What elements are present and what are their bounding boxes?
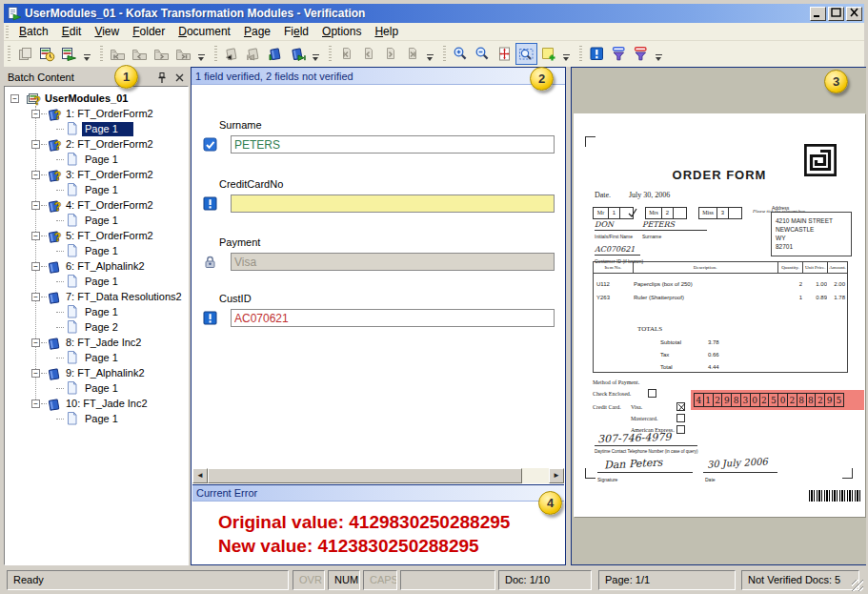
tree-collapse-icon[interactable]: −: [31, 140, 40, 149]
tree-collapse-icon[interactable]: −: [31, 110, 40, 118]
scrollbar-thumb[interactable]: [208, 468, 522, 483]
toolbar-drag-handle[interactable]: [329, 46, 332, 62]
mastercard-box: [676, 414, 685, 422]
toolbar-overflow-chevron-icon[interactable]: [653, 43, 664, 65]
totals-label: TOTALS: [637, 325, 662, 333]
tree-collapse-icon[interactable]: −: [31, 232, 40, 240]
tree-item-page-2[interactable]: Page 2: [5, 319, 188, 335]
field-input-payment[interactable]: [231, 253, 555, 271]
page-icon: [64, 304, 79, 319]
scroll-left-arrow[interactable]: ◄: [192, 468, 208, 483]
status-doc-count: Doc: 1/10: [498, 570, 592, 590]
funnel-valid-button[interactable]: [608, 43, 630, 65]
menu-field[interactable]: Field: [277, 23, 315, 40]
tree-item-7-ft-data-resolutions2[interactable]: −7: FT_Data Resolutions2: [5, 289, 188, 304]
menu-batch[interactable]: Batch: [12, 23, 55, 40]
field-input-creditcardno[interactable]: [231, 195, 555, 213]
tree-item-page-1[interactable]: Page 1: [5, 182, 188, 197]
splitter[interactable]: [189, 67, 191, 565]
tree-item-1-ft-orderform2[interactable]: −?1: FT_OrderForm2: [5, 106, 188, 121]
toolbar-overflow-chevron-icon[interactable]: [424, 43, 435, 65]
next-document-button[interactable]: [265, 43, 287, 65]
toolbar-overflow-chevron-icon[interactable]: [560, 43, 572, 65]
close-panel-icon[interactable]: [172, 71, 186, 84]
tree-item-3-ft-orderform2[interactable]: −?3: FT_OrderForm2: [5, 167, 188, 182]
toolbar-drag-handle[interactable]: [214, 46, 217, 62]
tree-item-6-ft-alphalink2[interactable]: −6: FT_Alphalink2: [5, 258, 188, 274]
tree-collapse-icon[interactable]: −: [31, 369, 40, 378]
minimize-button[interactable]: [810, 7, 826, 21]
tree-item-label: Page 2: [85, 320, 118, 334]
tree-item-page-1[interactable]: Page 1: [5, 213, 188, 228]
tree-item-2-ft-orderform2[interactable]: −?2: FT_OrderForm2: [5, 136, 188, 152]
menu-page[interactable]: Page: [237, 23, 277, 40]
toolbar-drag-handle[interactable]: [100, 46, 103, 62]
tree-item-page-1[interactable]: Page 1: [5, 274, 188, 289]
toolbar-overflow-chevron-icon[interactable]: [81, 43, 92, 65]
menu-help[interactable]: Help: [368, 23, 405, 40]
menu-folder[interactable]: Folder: [126, 23, 172, 40]
fit-page-button[interactable]: [494, 43, 515, 65]
tree-collapse-icon[interactable]: −: [10, 94, 19, 103]
toolbar-overflow-chevron-icon[interactable]: [195, 43, 207, 65]
tree-item-page-1[interactable]: Page 1: [5, 304, 188, 319]
toolbar-overflow-chevron-icon[interactable]: [310, 43, 321, 65]
address-label: Address: [772, 205, 789, 211]
tree-item-8-ft-jade-inc2[interactable]: −8: FT_Jade Inc2: [5, 335, 188, 350]
toolbar-drag-handle[interactable]: [443, 46, 446, 62]
funnel-invalid-button[interactable]: [630, 43, 652, 65]
close-button[interactable]: [846, 7, 862, 21]
force-invalid-button[interactable]: [586, 43, 608, 65]
tree-collapse-icon[interactable]: −: [31, 338, 40, 347]
tree-item-usermodules-01[interactable]: −?UserModules_01: [5, 91, 188, 106]
resize-grip[interactable]: [852, 580, 863, 591]
visa-box: [676, 402, 685, 411]
name-line: [595, 220, 707, 231]
field-label-creditcardno: CreditCardNo: [219, 178, 283, 190]
zoom-select-button[interactable]: [515, 43, 537, 65]
suspend-batch-button[interactable]: [36, 43, 58, 65]
tree-item-page-1[interactable]: Page 1: [5, 380, 188, 396]
toolbar-drag-handle[interactable]: [8, 46, 10, 62]
tree-collapse-icon[interactable]: −: [31, 399, 40, 408]
scroll-right-arrow[interactable]: ►: [549, 468, 564, 483]
splitter[interactable]: [566, 67, 571, 565]
tree-collapse-icon[interactable]: −: [31, 171, 40, 179]
menu-edit[interactable]: Edit: [55, 23, 89, 40]
horizontal-scrollbar[interactable]: ◄ ►: [192, 468, 564, 483]
tree-item-10-ft-jade-inc2[interactable]: −10: FT_Jade Inc2: [5, 396, 188, 411]
field-input-custid[interactable]: [231, 309, 555, 327]
tree-item-5-ft-orderform2[interactable]: −?5: FT_OrderForm2: [5, 228, 188, 243]
next-unverified-document-button[interactable]: [287, 43, 309, 65]
status-num: NUM: [328, 570, 360, 590]
tax-value: 0.66: [708, 352, 719, 358]
menu-options[interactable]: Options: [315, 23, 368, 40]
toolbar-drag-handle[interactable]: [579, 46, 582, 62]
tree-item-9-ft-alphalink2[interactable]: −9: FT_Alphalink2: [5, 365, 188, 380]
menu-document[interactable]: Document: [172, 23, 237, 40]
svg-text:?: ?: [54, 139, 61, 152]
tree-item-4-ft-orderform2[interactable]: −?4: FT_OrderForm2: [5, 197, 188, 213]
add-note-button[interactable]: [537, 43, 559, 65]
tree-item-page-1[interactable]: Page 1: [5, 411, 188, 426]
tree-item-page-1[interactable]: Page 1: [5, 152, 188, 167]
maximize-button[interactable]: [828, 7, 844, 21]
toolbar-group: [575, 41, 665, 67]
tree-item-label: 1: FT_OrderForm2: [66, 107, 153, 120]
subtotal-value: 3.78: [708, 339, 719, 345]
close-batch-button[interactable]: [58, 43, 80, 65]
zoom-in-button[interactable]: [450, 43, 472, 65]
field-input-surname[interactable]: [231, 135, 555, 154]
menu-drag-handle[interactable]: [6, 26, 9, 38]
document-viewer[interactable]: ORDER FORM Date. July 30, 2006 Mr1 Mrs2 …: [571, 67, 868, 565]
zoom-out-button[interactable]: [472, 43, 494, 65]
tree-item-page-1[interactable]: Page 1: [5, 350, 188, 365]
tree-item-page-1[interactable]: Page 1: [5, 121, 188, 136]
menu-view[interactable]: View: [88, 23, 126, 40]
tree-collapse-icon[interactable]: −: [31, 262, 40, 271]
tree-item-page-1[interactable]: Page 1: [5, 243, 188, 258]
tree-collapse-icon[interactable]: −: [31, 293, 40, 301]
first-name-label: Initials/First Name: [595, 234, 633, 239]
tree-collapse-icon[interactable]: −: [31, 201, 40, 210]
pin-icon[interactable]: [155, 71, 169, 84]
